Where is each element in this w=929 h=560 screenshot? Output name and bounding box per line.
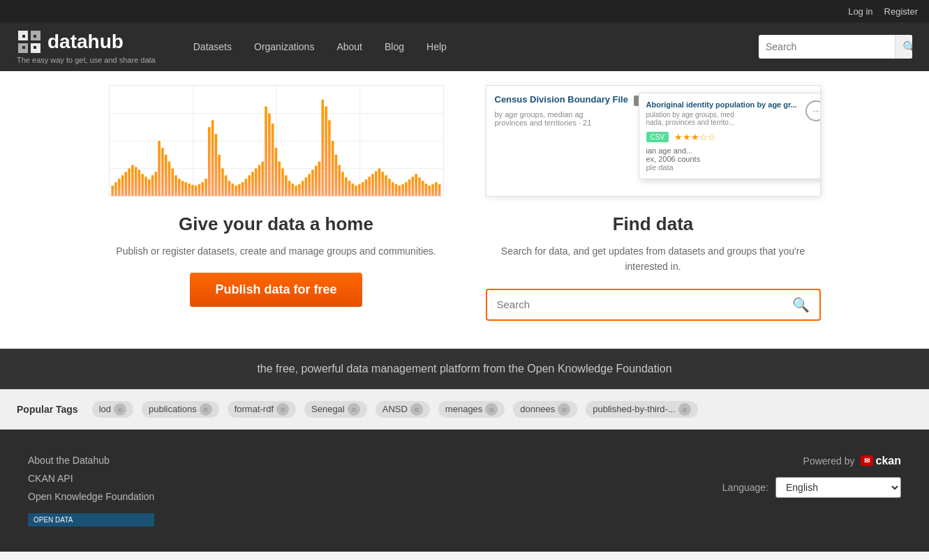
svg-rect-34 xyxy=(177,179,180,196)
svg-rect-31 xyxy=(168,162,170,196)
nav-help[interactable]: Help xyxy=(417,36,456,58)
svg-rect-55 xyxy=(248,175,251,196)
svg-rect-91 xyxy=(368,176,371,196)
svg-rect-101 xyxy=(401,184,404,196)
svg-rect-48 xyxy=(224,175,227,196)
svg-rect-43 xyxy=(208,127,211,196)
svg-rect-37 xyxy=(188,183,191,196)
svg-rect-112 xyxy=(438,184,440,196)
svg-rect-44 xyxy=(211,120,214,196)
svg-rect-76 xyxy=(318,162,320,196)
tag-donnees[interactable]: donnees ○ xyxy=(513,401,577,418)
svg-rect-97 xyxy=(388,179,391,196)
tag-senegal[interactable]: Senegal ○ xyxy=(304,401,367,418)
language-label: Language: xyxy=(722,482,768,493)
svg-rect-26 xyxy=(151,175,154,196)
svg-rect-39 xyxy=(194,186,197,196)
tag-menages[interactable]: menages ○ xyxy=(438,401,505,418)
svg-rect-85 xyxy=(348,181,350,196)
tag-format-rdf[interactable]: format-rdf ○ xyxy=(228,401,296,418)
svg-rect-80 xyxy=(331,141,334,196)
svg-rect-73 xyxy=(308,174,311,196)
svg-rect-78 xyxy=(325,107,327,196)
publish-button[interactable]: Publish data for free xyxy=(190,273,362,307)
svg-rect-33 xyxy=(174,175,177,196)
svg-rect-47 xyxy=(221,169,224,197)
svg-rect-57 xyxy=(254,169,257,197)
svg-rect-5 xyxy=(34,35,36,38)
hero-search-box: 🔍 xyxy=(486,289,821,321)
powered-by-label: Powered by xyxy=(803,455,855,467)
svg-rect-67 xyxy=(288,181,290,196)
hero-search-input[interactable] xyxy=(487,292,782,317)
hero-search-button[interactable]: 🔍 xyxy=(782,290,819,319)
svg-rect-27 xyxy=(154,172,157,196)
hero-right-title: Find data xyxy=(486,213,821,235)
chart-visualization xyxy=(110,86,443,196)
svg-rect-79 xyxy=(328,120,331,196)
svg-rect-20 xyxy=(131,165,134,196)
svg-rect-50 xyxy=(231,183,234,196)
footer-api-link[interactable]: CKAN API xyxy=(28,473,154,484)
svg-rect-42 xyxy=(205,179,207,196)
nav-search-button[interactable]: 🔍 xyxy=(895,35,912,59)
svg-rect-100 xyxy=(398,186,401,196)
svg-rect-89 xyxy=(361,182,364,196)
tag-publications[interactable]: publications ○ xyxy=(142,401,219,418)
ckan-label: ckan xyxy=(876,455,901,467)
navbar: datahub The easy way to get, use and sha… xyxy=(0,22,929,71)
tag-published-by-third[interactable]: published-by-third-... ○ xyxy=(586,401,698,418)
svg-rect-40 xyxy=(198,184,200,196)
logo-icon xyxy=(17,29,42,54)
register-link[interactable]: Register xyxy=(884,6,918,17)
overlap-title: Aboriginal identity population by age gr… xyxy=(646,100,797,109)
svg-rect-94 xyxy=(378,169,380,197)
login-link[interactable]: Log in xyxy=(848,6,872,17)
svg-rect-82 xyxy=(338,165,341,196)
footer-okf-link[interactable]: Open Knowledge Foundation xyxy=(28,491,154,502)
svg-rect-6 xyxy=(22,46,25,49)
svg-rect-46 xyxy=(218,155,221,196)
svg-rect-104 xyxy=(411,176,414,196)
svg-rect-15 xyxy=(114,182,117,196)
svg-rect-52 xyxy=(238,184,241,196)
svg-rect-62 xyxy=(271,123,274,196)
svg-rect-66 xyxy=(284,175,287,196)
nav-search-input[interactable] xyxy=(759,37,895,56)
footer-right: Powered by ✉ ckan Language: English Fren… xyxy=(722,455,901,498)
tag-ansd[interactable]: ANSD ○ xyxy=(376,401,430,418)
nav-datasets[interactable]: Datasets xyxy=(184,36,241,58)
svg-rect-22 xyxy=(138,169,140,196)
logo[interactable]: datahub xyxy=(17,29,156,54)
svg-rect-23 xyxy=(141,174,144,196)
star-rating: ★★★☆☆ xyxy=(674,132,716,142)
svg-rect-58 xyxy=(258,165,260,196)
svg-rect-41 xyxy=(201,182,204,196)
svg-rect-60 xyxy=(265,107,267,196)
svg-rect-56 xyxy=(251,172,254,196)
nav-blog[interactable]: Blog xyxy=(375,36,414,58)
footer-about-link[interactable]: About the Datahub xyxy=(28,455,154,466)
tag-lod[interactable]: lod ○ xyxy=(92,401,133,418)
chart-container xyxy=(109,85,444,197)
nav-organizations[interactable]: Organizations xyxy=(244,36,324,58)
svg-rect-25 xyxy=(147,179,150,196)
svg-rect-93 xyxy=(375,171,378,196)
svg-rect-95 xyxy=(381,172,384,196)
svg-rect-69 xyxy=(295,186,297,196)
svg-rect-86 xyxy=(351,183,354,196)
footer-links: About the Datahub CKAN API Open Knowledg… xyxy=(28,455,154,527)
language-row: Language: English French Spanish German … xyxy=(722,477,901,498)
data-card-overlap: Aboriginal identity population by age gr… xyxy=(639,93,821,179)
banner-text: the free, powerful data management platf… xyxy=(257,363,671,374)
hero-left: Give your data a home Publish or registe… xyxy=(109,85,444,307)
nav-links: Datasets Organizations About Blog Help xyxy=(184,36,759,58)
open-data-badge: OPEN DATA xyxy=(28,513,154,527)
svg-rect-102 xyxy=(405,182,408,196)
overlap-sub: pulation by age groups, med nada, provin… xyxy=(646,111,797,126)
svg-rect-109 xyxy=(428,186,431,196)
arrow-button[interactable]: → xyxy=(805,100,821,121)
nav-about[interactable]: About xyxy=(327,36,372,58)
footer: About the Datahub CKAN API Open Knowledg… xyxy=(0,430,929,552)
language-select[interactable]: English French Spanish German Arabic xyxy=(775,477,901,498)
